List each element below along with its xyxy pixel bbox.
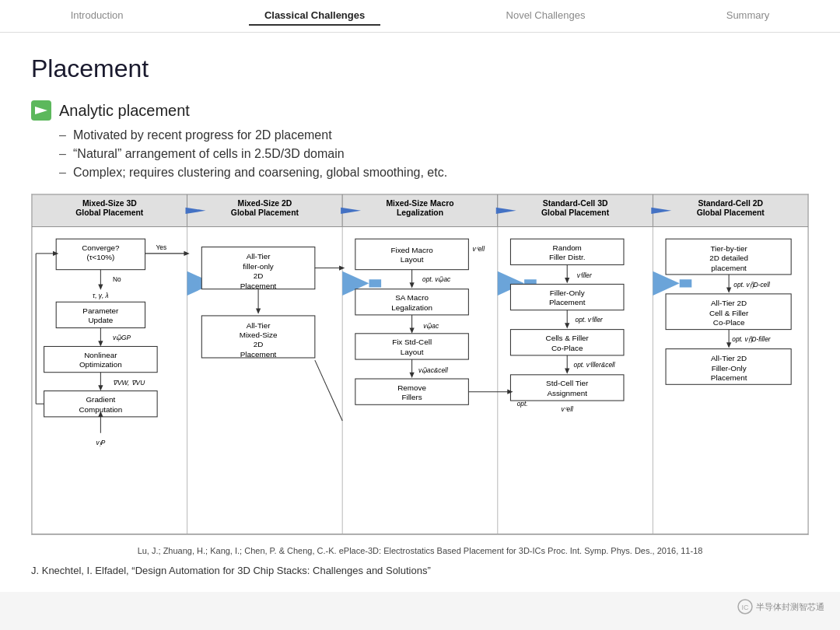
svg-text:opt. vᾢac: opt. vᾢac — [422, 275, 451, 283]
svg-text:Global Placement: Global Placement — [541, 208, 610, 217]
svg-text:opt. vᾒD-cell: opt. vᾒD-cell — [733, 281, 771, 289]
svg-text:Placement: Placement — [711, 373, 747, 382]
svg-text:filler-only: filler-only — [243, 262, 274, 271]
svg-text:Mixed-Size: Mixed-Size — [240, 331, 278, 339]
svg-text:Mixed-Size 2D: Mixed-Size 2D — [238, 199, 292, 208]
svg-text:Nonlinear: Nonlinear — [84, 351, 117, 359]
svg-text:Layout: Layout — [401, 255, 424, 264]
nav-classical[interactable]: Classical Challenges — [249, 6, 380, 26]
svg-text:τ, γ, λ: τ, γ, λ — [93, 292, 109, 299]
svg-text:SA Macro: SA Macro — [395, 293, 429, 302]
svg-text:Cell & Filler: Cell & Filler — [709, 309, 749, 317]
svg-text:Filler-Only: Filler-Only — [712, 364, 747, 373]
diagram-wrapper: Mixed-Size 3D Global Placement Mixed-Siz… — [31, 194, 809, 535]
svg-text:Global Placement: Global Placement — [231, 208, 299, 217]
svg-text:vᶠiller: vᶠiller — [577, 271, 593, 279]
svg-text:Legalization: Legalization — [391, 303, 432, 312]
svg-text:placement: placement — [711, 264, 747, 272]
svg-text:Fixed Macro: Fixed Macro — [390, 246, 433, 254]
svg-text:2D detailed: 2D detailed — [709, 254, 748, 262]
svg-text:Remove: Remove — [397, 383, 426, 392]
green-arrow-icon — [31, 100, 51, 121]
svg-text:Placement: Placement — [240, 350, 277, 359]
nav-introduction[interactable]: Introduction — [55, 6, 139, 26]
svg-text:Assignment: Assignment — [547, 389, 587, 397]
svg-text:Legalization: Legalization — [397, 208, 443, 217]
svg-text:Mixed-Size 3D: Mixed-Size 3D — [82, 199, 137, 208]
svg-text:Cells & Filler: Cells & Filler — [546, 334, 590, 342]
watermark: IC 半导体封测智芯通 — [737, 599, 824, 614]
svg-text:Gradient: Gradient — [86, 395, 115, 404]
svg-text:vᴉP: vᴉP — [96, 439, 106, 446]
main-content: Placement Analytic placement Motivated b… — [0, 33, 840, 592]
svg-text:opt. vᶠiller&cell: opt. vᶠiller&cell — [574, 361, 616, 369]
bullet-list: Motivated by recent progress for 2D plac… — [59, 128, 809, 180]
svg-text:2D: 2D — [254, 271, 264, 280]
bullet-3: Complex; requires clustering and coarsen… — [59, 166, 809, 180]
nav-summary[interactable]: Summary — [711, 6, 786, 26]
svg-text:Tier-by-tier: Tier-by-tier — [710, 244, 747, 253]
section-header: Analytic placement — [31, 100, 809, 121]
svg-text:Optimization: Optimization — [79, 360, 122, 369]
svg-text:Co-Place: Co-Place — [551, 344, 583, 352]
footnote: J. Knechtel, I. Elfadel, “Design Automat… — [31, 565, 809, 576]
citation: Lu, J.; Zhuang, H.; Kang, I.; Chen, P. &… — [31, 544, 809, 558]
nav-novel[interactable]: Novel Challenges — [491, 6, 601, 26]
svg-text:Global Placement: Global Placement — [75, 208, 144, 217]
svg-text:vᶜell: vᶜell — [561, 405, 574, 413]
section-title: Analytic placement — [59, 102, 190, 120]
svg-text:No: No — [113, 275, 121, 283]
svg-text:vᶜell: vᶜell — [473, 245, 486, 253]
svg-text:2D: 2D — [254, 340, 264, 348]
svg-text:Std-Cell Tier: Std-Cell Tier — [546, 379, 589, 387]
bullet-2: “Natural” arrangement of cells in 2.5D/3… — [59, 147, 809, 161]
svg-text:Placement: Placement — [240, 282, 277, 290]
svg-text:All-Tier 2D: All-Tier 2D — [711, 354, 747, 362]
svg-text:vᾢac&cell: vᾢac&cell — [418, 366, 449, 374]
svg-text:All-Tier 2D: All-Tier 2D — [711, 299, 747, 307]
svg-text:opt.: opt. — [517, 400, 528, 408]
svg-text:(τ<10%): (τ<10%) — [86, 253, 114, 261]
svg-text:Filler-Only: Filler-Only — [550, 289, 585, 297]
svg-text:Fix Std-Cell: Fix Std-Cell — [392, 338, 432, 346]
svg-text:opt. vᶠiller: opt. vᶠiller — [576, 316, 604, 324]
flow-diagram: Mixed-Size 3D Global Placement Mixed-Siz… — [32, 194, 808, 534]
svg-text:Random: Random — [553, 243, 582, 252]
nav-bar: Introduction Classical Challenges Novel … — [0, 0, 840, 33]
svg-text:IC: IC — [742, 604, 750, 611]
svg-text:All-Tier: All-Tier — [247, 321, 271, 330]
svg-text:Filler Distr.: Filler Distr. — [549, 253, 586, 261]
bullet-1: Motivated by recent progress for 2D plac… — [59, 128, 809, 142]
svg-text:Update: Update — [88, 316, 113, 324]
svg-rect-76 — [355, 239, 469, 270]
svg-text:Standard-Cell 3D: Standard-Cell 3D — [543, 199, 608, 208]
svg-text:Co-Place: Co-Place — [713, 318, 745, 327]
watermark-icon: IC — [737, 599, 753, 614]
svg-text:vᾢGP: vᾢGP — [113, 334, 131, 341]
svg-text:Mixed-Size Macro: Mixed-Size Macro — [386, 199, 453, 208]
svg-text:Yes: Yes — [156, 243, 167, 251]
svg-text:Placement: Placement — [549, 298, 586, 306]
svg-text:opt. vᾒD-filler: opt. vᾒD-filler — [732, 335, 771, 343]
svg-text:Fillers: Fillers — [401, 393, 422, 401]
page-title: Placement — [31, 54, 809, 83]
svg-text:vᾢac: vᾢac — [423, 322, 439, 330]
svg-text:Global Placement: Global Placement — [697, 208, 765, 217]
svg-text:∇VW, ∇VU: ∇VW, ∇VU — [113, 379, 145, 387]
svg-text:All-Tier: All-Tier — [247, 252, 271, 261]
svg-text:Standard-Cell 2D: Standard-Cell 2D — [698, 199, 763, 208]
svg-text:Parameter: Parameter — [82, 306, 119, 315]
svg-text:Layout: Layout — [401, 348, 424, 356]
svg-text:Converge?: Converge? — [82, 243, 120, 252]
